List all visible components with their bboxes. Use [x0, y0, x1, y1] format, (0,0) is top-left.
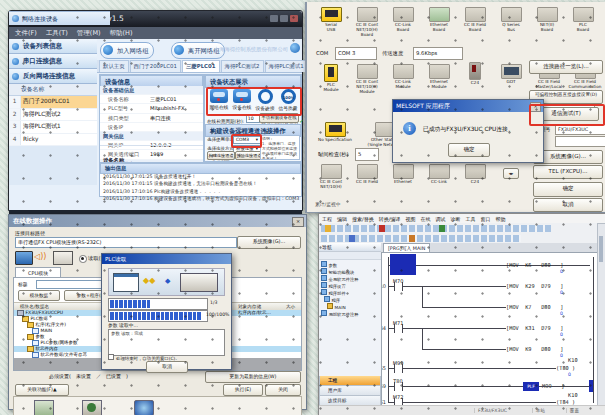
tel-button[interactable]: TEL (FXCPU)...	[533, 165, 603, 179]
nav-item[interactable]: 智能功能模块	[319, 268, 381, 275]
scrollbar-thumb[interactable]	[599, 236, 603, 262]
remote-operation-item[interactable]: 远程操作	[24, 400, 64, 415]
pls-instruction-chip[interactable]: PLF	[523, 382, 539, 391]
close-icon[interactable]: ×	[530, 102, 541, 112]
progress-cancel-button[interactable]: 取消	[146, 361, 188, 373]
clock-setting-item[interactable]: 时钟设置	[72, 400, 112, 415]
route-ccie-field[interactable]: CC IE Field	[349, 164, 385, 185]
sidebar-bottom-network-devices[interactable]: 网络连接设备	[9, 11, 110, 25]
menu-window[interactable]: 窗口	[480, 216, 490, 222]
sidebar-group-device-list[interactable]: 设备列表信息	[9, 39, 97, 54]
menu-file[interactable]: 文件(F)	[15, 29, 37, 38]
window3-titlebar[interactable]: 在线数据操作	[9, 215, 306, 227]
connection-list-button[interactable]: 连接路径一览(L)...	[529, 60, 603, 74]
cycle-input[interactable]: 10	[246, 115, 260, 123]
menu-convert[interactable]: 转换/编译	[379, 216, 401, 222]
maximize-icon[interactable]	[280, 15, 288, 22]
toolbar-icons[interactable]	[321, 225, 551, 232]
nav-item[interactable]: 程序设置	[319, 282, 381, 289]
device-row[interactable]: 1 西门子200PLC01	[9, 96, 97, 109]
plc-if-cclink[interactable]: CC-Link Module	[385, 64, 421, 90]
auto-close-option[interactable]: 处理结束时，自动关闭窗口(C)。	[108, 354, 180, 361]
pc-if-serial-usb[interactable]: Serial USB	[313, 7, 349, 33]
melsoft-titlebar[interactable]: MELSOFT 应用程序×	[393, 100, 543, 112]
contact[interactable]	[394, 282, 403, 291]
ladder-canvas[interactable]: [MOV K6 D80 ] 0 10 M70 [MOV K29 D79 ] 0 …	[381, 252, 599, 406]
sidebar-group-reverse-net[interactable]: 反向网络连接信息	[9, 69, 97, 84]
plc-if-c24[interactable]: C24	[457, 62, 493, 86]
prop-value[interactable]: 串口连接	[150, 114, 203, 122]
route-ethernet[interactable]: Ethernet	[385, 164, 421, 185]
pc-if-plc-board[interactable]: PLC Board	[565, 7, 601, 33]
tab-test1[interactable]: 海得PLC测试1	[265, 60, 308, 72]
pc-if-ethernet[interactable]: Ethernet Board	[421, 7, 457, 33]
system-image-button[interactable]: 系统图像(G)...	[237, 236, 301, 249]
contact[interactable]	[394, 382, 403, 391]
toolbar-icon[interactable]	[409, 235, 415, 242]
progress-log[interactable]: 参数 读取 : 完成	[108, 329, 225, 356]
menu-tools[interactable]: 工具(T)	[46, 29, 68, 38]
nav-item[interactable]: 程序部件	[319, 289, 381, 296]
device-row[interactable]: 4 Ricky	[9, 134, 97, 147]
plc-if-plc-module[interactable]: PLC Module	[313, 64, 349, 93]
menu-tools[interactable]: 工具	[465, 216, 475, 222]
join-network-button[interactable]: 加入网络组	[100, 42, 154, 59]
ladder-instruction[interactable]: [MOV K6 D80 ]	[506, 262, 563, 268]
pc-if-cclink[interactable]: CC-Link Board	[385, 7, 421, 33]
menu-manage[interactable]: 管理(M)	[77, 29, 101, 38]
remove-channel-button[interactable]: 拆除连接通道	[235, 151, 263, 160]
ladder-instruction[interactable]: [MOV K9 D80 ]	[506, 346, 563, 352]
menu-view[interactable]: 视图	[405, 216, 415, 222]
toolbar-icon[interactable]	[439, 225, 445, 232]
menu-project[interactable]: 工程	[322, 216, 332, 222]
close-button[interactable]: 关闭	[265, 384, 301, 396]
device-row[interactable]: 3 海得PLC测试1	[9, 121, 97, 134]
toolbar-icon[interactable]	[379, 225, 385, 232]
tab-mitsubishi[interactable]: 三菱PLC01	[182, 60, 220, 72]
menu-debug[interactable]: 调试	[435, 216, 445, 222]
time-check-value[interactable]: 5	[355, 148, 379, 161]
route-cclink[interactable]: CC-Link	[421, 164, 457, 185]
timer-coil[interactable]: (T80 )	[556, 365, 575, 371]
plc-memory-operation-item[interactable]: PLC存储器操作	[120, 400, 168, 415]
nav-item[interactable]: MAIN	[319, 303, 381, 310]
menu-help[interactable]: 帮助	[495, 216, 505, 222]
ladder-instruction[interactable]: [MOV K29 D79 ]	[506, 283, 563, 289]
cancel-button[interactable]: 取消	[533, 198, 603, 212]
contact[interactable]	[394, 364, 403, 373]
refresh-info-button[interactable]: 更新为最新的信息(W)	[205, 371, 301, 383]
ok-button[interactable]: 确定	[533, 182, 603, 197]
tab-home[interactable]: 默认主页	[99, 60, 129, 72]
minimize-icon[interactable]	[270, 15, 278, 22]
edit-cursor[interactable]	[390, 254, 416, 275]
melsoft-ok-button[interactable]: 确定	[448, 143, 490, 157]
pc-if-qbus[interactable]: Q Series Bus	[493, 7, 529, 33]
prop-value[interactable]	[150, 123, 203, 131]
close-icon[interactable]: ×	[292, 217, 304, 227]
tab-siemens[interactable]: 西门子200PLC01	[130, 60, 181, 72]
nav-item[interactable]: 程序	[319, 296, 381, 303]
menu-find[interactable]: 搜索/替换	[352, 216, 374, 222]
nav-item[interactable]: 参数	[319, 261, 381, 268]
nav-item[interactable]: 局部软元件注释	[319, 310, 381, 317]
auto-close-checkbox[interactable]	[108, 354, 114, 360]
module-data-button[interactable]: 模块数据	[18, 290, 60, 301]
device-row[interactable]: 2 海得PLC测试2	[9, 109, 97, 122]
ladder-instruction[interactable]: [MOV K7 D80 ]	[506, 304, 563, 310]
pc-if-ccie-field[interactable]: CC IE Field Board	[457, 7, 493, 33]
manual-check-button[interactable]: 手动检测设备在线	[259, 113, 299, 123]
nav-item[interactable]: 全局软元件注释	[319, 275, 381, 282]
sidebar-group-serial[interactable]: 串口连接信息	[9, 54, 97, 69]
nav-tab-project[interactable]: 工程	[319, 376, 381, 386]
pc-if-net2[interactable]: NET(II) Board	[529, 7, 565, 33]
build-channel-button[interactable]: 构建连接通道	[207, 151, 235, 160]
com-port-select[interactable]: COM3▾	[233, 136, 261, 144]
station-no-specification[interactable]: No Specification	[313, 122, 357, 143]
progress-titlebar[interactable]: PLC读取	[102, 254, 231, 264]
route-ccie-cont[interactable]: CC IE Cont NET/10(H)	[313, 164, 349, 190]
menu-diagnostics[interactable]: 诊断	[450, 216, 460, 222]
close-icon[interactable]	[290, 15, 298, 22]
ladder-instruction[interactable]: [MOV K31 D79 ]	[506, 325, 563, 331]
toolbar-icon[interactable]	[325, 225, 331, 232]
nav-tab-user-library[interactable]: 用户库	[319, 386, 381, 396]
